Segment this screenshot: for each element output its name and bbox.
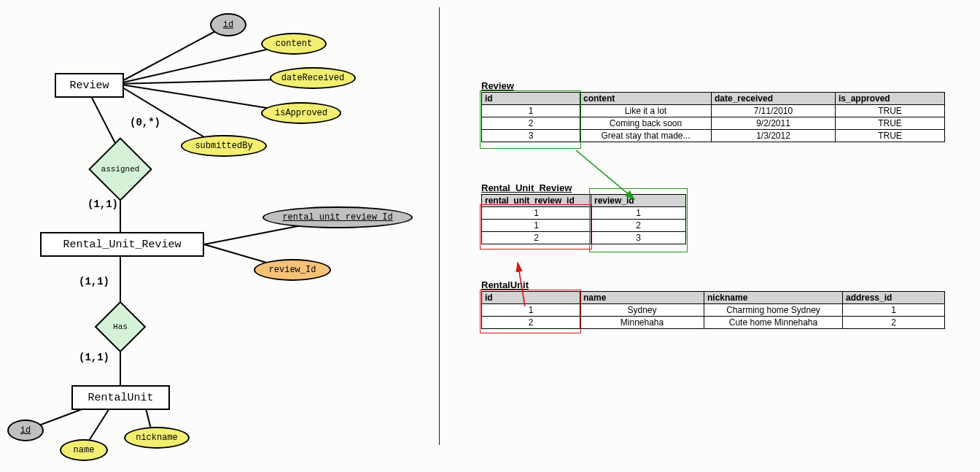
table-ru: id name nickname address_id 1SydneyCharm…: [481, 291, 945, 329]
table-review: id content date_received is_approved 1Li…: [481, 92, 945, 142]
attr-review-isapproved-label: isApproved: [275, 108, 327, 118]
relational-tables: Review id content date_received is_appro…: [481, 80, 977, 358]
attr-review-id-label: id: [223, 20, 233, 30]
rel-has-label: Has: [88, 311, 152, 343]
svg-line-1: [117, 44, 292, 84]
attr-rur-reviewid: review_Id: [254, 259, 331, 281]
table-rur-title: Rental_Unit_Review: [481, 182, 977, 193]
table-rur: rental_unit_review_id review_id 11 12 23: [481, 194, 686, 244]
table-row: id content date_received is_approved: [482, 93, 945, 105]
table-ru-wrap: RentalUnit id name nickname address_id 1…: [481, 279, 977, 329]
entity-rental-unit-review: Rental_Unit_Review: [40, 232, 204, 257]
table-row: 2Coming back soon9/2/2011TRUE: [482, 117, 945, 130]
table-row: 1SydneyCharming home Sydney1: [482, 304, 945, 317]
vertical-divider: [439, 7, 440, 445]
attr-review-submittedby: submittedBy: [181, 135, 267, 157]
table-row: 1Like it a lot7/11/2010TRUE: [482, 105, 945, 117]
th: id: [482, 292, 580, 304]
th: nickname: [704, 292, 843, 304]
attr-ru-id-label: id: [20, 425, 31, 436]
entity-review-label: Review: [69, 80, 109, 92]
table-ru-title: RentalUnit: [481, 279, 977, 290]
table-review-title: Review: [481, 80, 977, 91]
card-review-assigned: (0,*): [130, 117, 160, 128]
card-has-ru: (1,1): [79, 352, 109, 363]
attr-review-isapproved: isApproved: [261, 102, 341, 124]
entity-review: Review: [55, 73, 124, 98]
attr-ru-nickname: nickname: [124, 427, 190, 449]
rel-assigned-label: assigned: [88, 153, 152, 185]
th: date_received: [712, 93, 836, 105]
th: review_id: [591, 195, 686, 207]
th: address_id: [843, 292, 945, 304]
th: name: [580, 292, 704, 304]
attr-rur-reviewid-label: review_Id: [269, 265, 316, 275]
table-row: id name nickname address_id: [482, 292, 945, 304]
attr-review-datereceived-label: dateReceived: [281, 73, 344, 83]
table-review-wrap: Review id content date_received is_appro…: [481, 80, 977, 142]
attr-review-content-label: content: [276, 39, 312, 49]
attr-review-submittedby-label: submittedBy: [195, 141, 252, 151]
er-diagram: Review id content dateReceived isApprove…: [0, 0, 438, 472]
table-rur-wrap: Rental_Unit_Review rental_unit_review_id…: [481, 182, 977, 244]
svg-line-0: [117, 26, 226, 84]
card-rur-has: (1,1): [79, 276, 109, 287]
attr-rur-id-label: rental_unit_review_Id: [282, 212, 392, 223]
th: id: [482, 93, 580, 105]
th: content: [580, 93, 712, 105]
card-assigned-rur: (1,1): [88, 198, 118, 210]
table-row: 2MinnehahaCute home Minnehaha2: [482, 317, 945, 329]
entity-rentalunit: RentalUnit: [71, 385, 170, 410]
attr-ru-nickname-label: nickname: [136, 433, 178, 443]
rel-assigned: assigned: [88, 153, 152, 185]
entity-rentalunit-label: RentalUnit: [88, 392, 153, 404]
th: rental_unit_review_id: [482, 195, 591, 207]
table-row: rental_unit_review_id review_id: [482, 195, 686, 207]
entity-rental-unit-review-label: Rental_Unit_Review: [63, 239, 181, 251]
table-row: 11: [482, 207, 686, 220]
table-row: 23: [482, 232, 686, 244]
attr-review-content: content: [261, 33, 327, 55]
attr-ru-id: id: [7, 419, 44, 441]
th: is_approved: [836, 93, 945, 105]
attr-ru-name: name: [60, 439, 108, 461]
table-row: 12: [482, 220, 686, 232]
attr-review-datereceived: dateReceived: [270, 67, 356, 89]
attr-rur-id: rental_unit_review_Id: [262, 206, 413, 228]
attr-review-id: id: [210, 13, 246, 36]
table-row: 3Great stay that made...1/3/2012TRUE: [482, 130, 945, 142]
rel-has: Has: [88, 311, 152, 343]
attr-ru-name-label: name: [74, 445, 95, 455]
